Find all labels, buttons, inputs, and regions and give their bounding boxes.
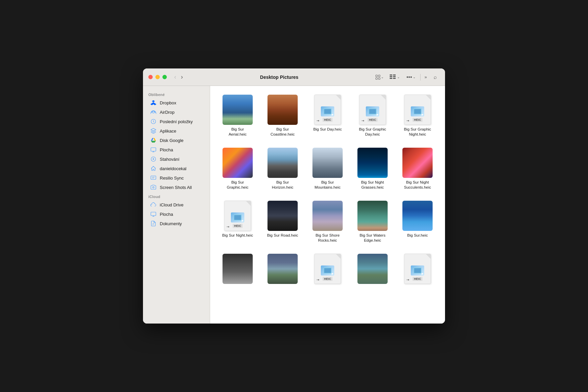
sidebar-item-icloud-drive[interactable]: iCloud Drive [145,200,208,209]
file-area: Big SurAerial.heic Big SurCoastline.heic… [210,86,445,324]
file-item-horizon[interactable]: Big SurHorizon.heic [262,146,303,192]
heic-arrow-icon: ↗ [405,118,410,123]
back-button[interactable]: ‹ [172,73,178,81]
heic-arrow-icon: ↗ [226,225,230,229]
sidebar-item-label: Plocha [160,147,173,152]
file-item-waters-edge[interactable]: Big Sur WatersEdge.heic [352,199,393,245]
file-thumbnail [267,95,298,125]
sidebar-item-icloud-desktop[interactable]: Plocha [145,209,208,219]
svg-rect-22 [234,215,241,220]
window-title: Desktop Pictures [188,75,371,80]
icon-view-button[interactable]: ⌄ [374,74,386,81]
file-item-aerial2[interactable] [352,252,393,288]
file-item-day[interactable]: HEIC ↗ Big Sur Day.heic [307,93,348,139]
group-view-button[interactable]: ⌄ [388,73,402,81]
heic-label: HEIC [412,118,423,122]
file-name: Big Sur GraphicNight.heic [404,127,431,137]
heic-icon [231,212,244,223]
heic-wrapper: HEIC ↗ [357,95,388,125]
desktop-icon [150,147,156,153]
heic-icon [321,265,334,276]
sidebar-item-downloads[interactable]: Stahování [145,154,208,164]
heic-arrow-icon: ↗ [315,277,320,282]
heic-wrapper: HEIC ↗ [223,201,253,231]
sidebar-item-dropbox[interactable]: Dropbox [145,98,208,107]
group-icon [390,75,396,80]
svg-rect-16 [324,109,331,114]
file-name: Big Sur ShoreRocks.heic [315,233,340,243]
minimize-button[interactable] [155,75,160,79]
sidebar-item-home[interactable]: danieldocekal [145,164,208,173]
file-item-big-sur[interactable]: Big Sur.heic [397,199,438,245]
sidebar-item-desktop[interactable]: Plocha [145,145,208,154]
file-name: Big Sur Road.heic [267,233,298,238]
file-item-heic-4[interactable]: HEIC ↗ [397,252,438,288]
sidebar-item-label: Resilio Sync [160,176,184,181]
heic-icon [411,265,424,276]
heic-arrow-icon: ↗ [405,277,410,282]
google-drive-icon [150,137,156,143]
file-thumbnail [267,254,298,284]
extend-icon: » [425,75,427,80]
heic-file-thumb: HEIC ↗ [314,95,341,125]
sidebar-item-airdrop[interactable]: AirDrop [145,107,208,117]
file-name: Big Sur Day.heic [313,127,342,132]
heic-wrapper: HEIC ↗ [312,95,343,125]
svg-rect-10 [151,176,156,180]
more-options-button[interactable]: ••• ⌄ [404,73,418,82]
nav-buttons: ‹ › [172,73,185,81]
close-button[interactable] [148,75,153,79]
file-item-shore-rocks[interactable]: Big Sur ShoreRocks.heic [307,199,348,245]
svg-rect-12 [151,212,156,216]
forward-button[interactable]: › [179,73,185,81]
svg-rect-24 [324,268,331,273]
heic-icon [366,106,379,116]
grid-icon [376,75,380,80]
file-name: Big SurMountains.heic [314,180,340,190]
extend-button[interactable]: » [423,73,429,81]
file-name: Big Sur NightSucculents.heic [404,180,431,190]
svg-rect-26 [414,268,421,273]
file-thumbnail [267,201,298,231]
sidebar-item-recents[interactable]: Poslední položky [145,117,208,126]
group-chevron-icon: ⌄ [397,75,400,79]
file-item-heic-3[interactable]: HEIC ↗ [307,252,348,288]
file-item-coastline[interactable]: Big SurCoastline.heic [262,93,303,139]
heic-wrapper: HEIC ↗ [402,254,433,284]
sidebar-item-resilio[interactable]: Resilio Sync [145,173,208,183]
screenshots-icon [150,184,156,190]
downloads-icon [150,156,156,162]
file-name: Big SurGraphic.heic [227,180,249,190]
more-chevron-icon: ⌄ [413,75,415,79]
search-button[interactable]: ⌕ [431,73,440,82]
file-item-night-succulents[interactable]: Big Sur NightSucculents.heic [397,146,438,192]
file-item-mountains[interactable]: Big SurMountains.heic [307,146,348,192]
svg-rect-2 [390,76,392,77]
file-item-mountain-lake[interactable] [262,252,303,288]
file-item-aerial[interactable]: Big SurAerial.heic [217,93,258,139]
file-item-dark-bay[interactable] [217,252,258,288]
dropbox-icon [150,100,156,106]
maximize-button[interactable] [162,75,167,79]
sidebar-item-documents[interactable]: Dokumenty [145,219,208,228]
file-item-graphic-night[interactable]: HEIC ↗ Big Sur GraphicNight.heic [397,93,438,139]
sidebar-item-applications[interactable]: Aplikace [145,126,208,136]
icloud-label: iCloud [143,192,210,200]
sidebar-item-google-drive[interactable]: Disk Google [145,136,208,145]
file-item-graphic[interactable]: Big SurGraphic.heic [217,146,258,192]
toolbar-divider [420,74,421,81]
resilio-icon [150,175,156,181]
file-item-night-grasses[interactable]: Big Sur NightGrasses.heic [352,146,393,192]
file-item-graphic-day[interactable]: HEIC ↗ Big Sur GraphicDay.heic [352,93,393,139]
traffic-lights [148,75,167,79]
svg-rect-5 [393,78,396,79]
file-thumbnail [267,148,298,178]
svg-point-11 [153,187,154,188]
heic-file-thumb: HEIC ↗ [359,95,386,125]
file-item-road[interactable]: Big Sur Road.heic [262,199,303,245]
icloud-desktop-icon [150,211,156,217]
file-item-night[interactable]: HEIC ↗ Big Sur Night.heic [217,199,258,245]
favorites-label: Oblíbené [143,90,210,98]
sidebar-item-screenshots[interactable]: Screen Shots All [145,183,208,192]
file-thumbnail [357,148,388,178]
